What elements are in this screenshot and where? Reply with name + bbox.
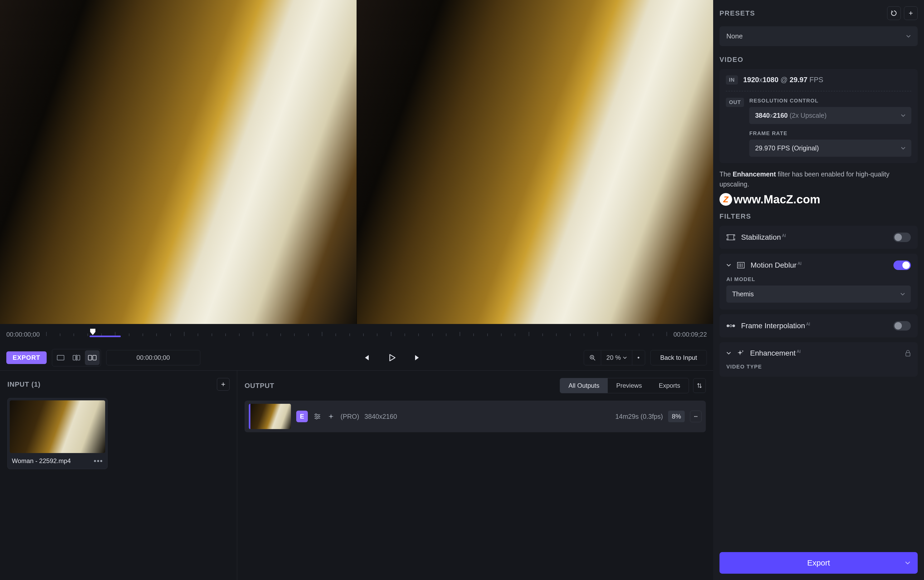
timecode-input[interactable] xyxy=(106,350,200,365)
svg-point-15 xyxy=(316,417,317,419)
watermark: Z www.MacZ.com xyxy=(719,193,918,206)
output-row-menu[interactable]: ••• xyxy=(690,410,701,422)
sparkle-icon xyxy=(327,412,335,421)
motion-deblur-toggle[interactable] xyxy=(893,260,911,270)
svg-point-22 xyxy=(730,325,732,327)
prev-frame-button[interactable] xyxy=(360,351,372,364)
output-pro-label: (PRO) xyxy=(340,413,359,420)
clip-menu-button[interactable]: ••• xyxy=(94,457,103,465)
filter-motion-deblur: Motion DeblurAI AI MODEL Themis xyxy=(719,254,918,310)
input-clip[interactable]: Woman - 22592.mp4 ••• xyxy=(7,398,107,469)
output-panel-title: OUTPUT xyxy=(244,382,274,390)
view-sidebyside-icon[interactable] xyxy=(85,350,100,365)
stabilization-icon xyxy=(726,234,735,241)
stabilization-label: StabilizationAI xyxy=(741,233,786,242)
ai-model-dropdown[interactable]: Themis xyxy=(726,285,911,303)
out-badge: OUT xyxy=(726,98,744,107)
resolution-dropdown[interactable]: 3840x2160 (2x Upscale) xyxy=(749,107,911,124)
preview-after xyxy=(356,0,713,324)
svg-point-14 xyxy=(318,416,319,417)
preset-dropdown[interactable]: None xyxy=(719,26,918,46)
export-pill-button[interactable]: EXPORT xyxy=(6,351,47,364)
svg-rect-0 xyxy=(57,355,64,360)
chevron-down-icon xyxy=(905,561,910,565)
svg-point-13 xyxy=(315,414,317,415)
clip-name: Woman - 22592.mp4 xyxy=(12,457,71,465)
play-button[interactable] xyxy=(386,351,398,364)
framerate-dropdown[interactable]: 29.970 FPS (Original) xyxy=(749,140,911,157)
tab-exports[interactable]: Exports xyxy=(650,378,689,393)
resolution-control-label: RESOLUTION CONTROL xyxy=(749,98,911,104)
chevron-down-icon xyxy=(901,114,906,117)
timeline-end: 00:00:09;22 xyxy=(673,331,707,338)
video-title: VIDEO xyxy=(719,56,918,64)
chevron-down-icon[interactable] xyxy=(726,352,731,355)
tab-previews[interactable]: Previews xyxy=(608,378,650,393)
timeline-start: 00:00:00;00 xyxy=(6,331,40,338)
chevron-down-icon xyxy=(901,147,906,150)
clip-thumbnail xyxy=(10,400,105,453)
stabilization-toggle[interactable] xyxy=(893,232,911,242)
timeline[interactable]: 00:00:00;00 00 xyxy=(0,324,713,345)
add-preset-button[interactable]: + xyxy=(904,6,918,20)
filter-icon xyxy=(313,412,322,421)
input-resolution: 1920x1080 @ 29.97 FPS xyxy=(743,76,823,84)
presets-title: PRESETS xyxy=(719,9,755,17)
zoom-reset[interactable]: • xyxy=(632,350,645,365)
preview-area xyxy=(0,0,713,324)
back-to-input-button[interactable]: Back to Input xyxy=(650,350,707,365)
timeline-selection[interactable] xyxy=(90,336,121,337)
settings-sidebar: PRESETS + None VIDEO IN 1920x1080 @ 29.9… xyxy=(713,0,924,580)
frame-interpolation-label: Frame InterpolationAI xyxy=(741,321,810,330)
filter-enhancement: EnhancementAI VIDEO TYPE xyxy=(719,342,918,377)
view-single-icon[interactable] xyxy=(53,350,68,365)
filter-stabilization: StabilizationAI xyxy=(719,226,918,249)
video-type-label: VIDEO TYPE xyxy=(726,364,911,370)
frame-interpolation-toggle[interactable] xyxy=(893,321,911,331)
svg-rect-5 xyxy=(93,355,96,360)
output-tabs: All Outputs Previews Exports xyxy=(560,378,689,393)
svg-rect-16 xyxy=(728,235,734,240)
preview-before xyxy=(0,0,356,324)
chevron-down-icon xyxy=(906,35,911,38)
view-split-icon[interactable] xyxy=(69,350,84,365)
watermark-badge-icon: Z xyxy=(719,193,732,206)
timeline-track[interactable] xyxy=(46,333,667,336)
output-thumbnail xyxy=(249,404,291,429)
video-settings: IN 1920x1080 @ 29.97 FPS OUT RESOLUTION … xyxy=(719,69,918,163)
input-panel-title: INPUT (1) xyxy=(7,381,41,389)
output-progress: 8% xyxy=(668,410,685,422)
output-panel: OUTPUT All Outputs Previews Exports xyxy=(237,371,713,580)
input-panel: INPUT (1) + Woman - 22592.mp4 ••• xyxy=(0,371,237,580)
svg-point-23 xyxy=(733,325,735,327)
zoom-value[interactable]: 20 % xyxy=(601,350,632,365)
add-input-button[interactable]: + xyxy=(217,378,229,391)
chevron-down-icon[interactable] xyxy=(726,264,731,267)
ai-model-label: AI MODEL xyxy=(726,276,911,282)
compare-mode-group xyxy=(52,349,101,366)
lock-icon xyxy=(905,350,911,357)
next-frame-button[interactable] xyxy=(411,351,424,364)
enhancement-info: The Enhancement filter has been enabled … xyxy=(719,170,918,189)
motion-deblur-label: Motion DeblurAI xyxy=(751,261,802,269)
svg-line-7 xyxy=(593,359,595,360)
tab-all-outputs[interactable]: All Outputs xyxy=(560,378,608,393)
svg-point-21 xyxy=(727,325,729,327)
svg-rect-24 xyxy=(906,353,910,356)
output-eta: 14m29s (0.3fps) xyxy=(615,413,663,420)
filters-title: FILTERS xyxy=(719,212,918,221)
chevron-down-icon xyxy=(900,293,905,296)
in-badge: IN xyxy=(726,75,738,84)
playhead[interactable] xyxy=(90,328,96,336)
zoom-control: 20 % • xyxy=(584,350,645,365)
output-row[interactable]: E (PRO) 3840x2160 14m29s (0.3fps) 8% ••• xyxy=(244,400,706,432)
zoom-icon[interactable] xyxy=(584,351,601,364)
sparkle-icon xyxy=(737,349,744,357)
svg-rect-1 xyxy=(73,355,76,360)
reset-preset-button[interactable] xyxy=(887,6,901,20)
export-badge: E xyxy=(296,410,308,422)
svg-rect-4 xyxy=(88,355,92,360)
deblur-icon xyxy=(737,262,745,269)
export-button[interactable]: Export xyxy=(719,552,918,574)
sort-button[interactable] xyxy=(693,378,706,393)
